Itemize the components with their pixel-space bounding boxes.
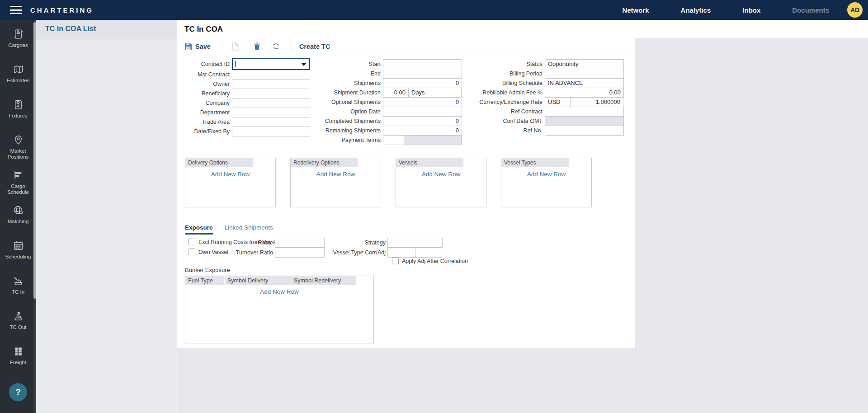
own-vessel-checkbox[interactable] bbox=[189, 249, 195, 255]
top-nav: Network Analytics Inbox Documents AD bbox=[590, 2, 868, 18]
list-panel-title: TC In COA List bbox=[36, 20, 177, 38]
sidebar-item-label: Freight bbox=[10, 360, 26, 366]
sidebar-item-tc-in[interactable]: TC In bbox=[0, 274, 36, 309]
vessel-type-corr-input[interactable] bbox=[387, 248, 415, 258]
sidebar-item-freight[interactable]: Freight bbox=[0, 344, 36, 380]
vessel-types-add-new-row[interactable]: Add New Row bbox=[501, 171, 591, 178]
nav-analytics[interactable]: Analytics bbox=[681, 6, 711, 14]
sidebar-item-market-positions[interactable]: Market Positions bbox=[0, 133, 36, 168]
start-input[interactable] bbox=[383, 59, 462, 69]
remaining-shipments-input[interactable]: 0 bbox=[383, 126, 462, 136]
currency-exchange-rate-label: Currency/Exchange Rate bbox=[471, 99, 545, 105]
apply-adj-after-correlation-checkbox[interactable] bbox=[392, 258, 399, 264]
completed-shipments-input[interactable]: 0 bbox=[383, 116, 462, 126]
shipment-duration-unit[interactable]: Days bbox=[408, 88, 462, 98]
cargoes-icon bbox=[12, 28, 24, 40]
ref-contract-input[interactable] bbox=[545, 107, 624, 117]
sidebar: Cargoes Estimates Fixtures Market Positi… bbox=[0, 20, 36, 413]
turnover-ratio-input[interactable] bbox=[275, 248, 325, 258]
nav-network[interactable]: Network bbox=[622, 6, 649, 14]
scheduling-icon bbox=[12, 239, 24, 252]
shipments-input[interactable]: 0 bbox=[383, 78, 462, 88]
vessel-types-grid: Vessel Types Add New Row bbox=[501, 158, 592, 207]
delivery-options-add-new-row[interactable]: Add New Row bbox=[185, 171, 275, 178]
delivery-options-header: Delivery Options bbox=[185, 158, 253, 167]
cargo-schedule-icon bbox=[12, 169, 24, 181]
trade-area-input[interactable] bbox=[232, 117, 310, 127]
tc-in-coa-form: Save Create TC Contract I bbox=[177, 38, 635, 348]
menu-icon[interactable] bbox=[10, 4, 22, 16]
bunker-exposure-title: Bunker Exposure bbox=[185, 267, 230, 273]
shipment-duration-label: Shipment Duration bbox=[304, 89, 383, 96]
payment-terms-secondary bbox=[404, 135, 462, 145]
symbol-delivery-column-header: Symbol Delivery bbox=[225, 276, 291, 285]
user-avatar[interactable]: AD bbox=[847, 2, 863, 18]
contract-id-combobox[interactable] bbox=[232, 58, 310, 70]
ref-no-input[interactable] bbox=[545, 126, 624, 136]
sidebar-item-label: Matching bbox=[8, 219, 29, 225]
vessels-header: Vessels bbox=[396, 158, 464, 167]
vessel-type-adj-input[interactable] bbox=[415, 248, 442, 258]
nav-inbox[interactable]: Inbox bbox=[742, 6, 760, 14]
date-input[interactable] bbox=[232, 127, 271, 136]
department-input[interactable] bbox=[232, 108, 310, 117]
beneficiary-input[interactable] bbox=[232, 89, 310, 99]
help-button[interactable]: ? bbox=[9, 383, 27, 401]
redelivery-options-add-new-row[interactable]: Add New Row bbox=[291, 171, 381, 178]
ref-no-label: Ref No. bbox=[471, 127, 545, 134]
vessels-add-new-row[interactable]: Add New Row bbox=[396, 171, 486, 178]
sidebar-item-tc-out[interactable]: TC Out bbox=[0, 309, 36, 344]
owner-input[interactable] bbox=[232, 80, 310, 89]
sidebar-item-label: Market Positions bbox=[8, 148, 29, 160]
ref-contract-label: Ref Contract bbox=[471, 108, 545, 115]
matching-icon bbox=[12, 204, 24, 216]
sidebar-item-fixtures[interactable]: Fixtures bbox=[0, 98, 36, 133]
sidebar-item-estimates[interactable]: Estimates bbox=[0, 62, 36, 98]
payment-terms-input[interactable] bbox=[383, 135, 404, 145]
new-document-icon bbox=[231, 42, 239, 51]
billing-period-input[interactable] bbox=[545, 69, 624, 79]
sidebar-item-label: Cargoes bbox=[8, 42, 28, 48]
strategy-input[interactable] bbox=[387, 238, 443, 248]
app-brand: CHARTERING bbox=[30, 6, 94, 14]
company-label: Company bbox=[177, 100, 232, 106]
excl-running-costs-checkbox[interactable] bbox=[189, 239, 195, 245]
status-label: Status bbox=[471, 61, 545, 67]
toolbar-divider bbox=[292, 41, 292, 52]
option-date-input[interactable] bbox=[383, 107, 462, 117]
sidebar-item-scheduling[interactable]: Scheduling bbox=[0, 239, 36, 274]
refresh-button[interactable] bbox=[272, 42, 280, 50]
rebillable-admin-fee-input[interactable]: 0.00 bbox=[545, 88, 624, 98]
market-positions-icon bbox=[12, 134, 24, 146]
nav-documents[interactable]: Documents bbox=[792, 6, 829, 14]
toolbar-divider bbox=[247, 41, 247, 52]
option-date-label: Option Date bbox=[304, 108, 383, 115]
mst-contract-input[interactable] bbox=[232, 70, 310, 80]
apply-adj-row: Apply Adj After Correlation bbox=[392, 258, 468, 264]
currency-input[interactable]: USD bbox=[545, 97, 571, 107]
billing-schedule-input[interactable]: IN ADVANCE bbox=[545, 78, 624, 88]
redelivery-options-header: Redelivery Options bbox=[291, 158, 359, 167]
end-input[interactable] bbox=[383, 69, 462, 79]
company-input[interactable] bbox=[232, 99, 310, 108]
sidebar-item-matching[interactable]: Matching bbox=[0, 203, 36, 239]
shipment-duration-input[interactable]: 0.00 bbox=[383, 88, 409, 98]
tab-linked-shipments[interactable]: Linked Shipments bbox=[225, 224, 273, 235]
tab-exposure[interactable]: Exposure bbox=[185, 224, 213, 235]
optional-shipments-label: Optional Shipments bbox=[304, 99, 383, 105]
route-input[interactable] bbox=[275, 238, 325, 248]
exchange-rate-input[interactable]: 1.000000 bbox=[570, 97, 623, 107]
status-input[interactable]: Opportunity bbox=[545, 59, 624, 69]
bunker-add-new-row[interactable]: Add New Row bbox=[185, 288, 373, 295]
optional-shipments-input[interactable]: 0 bbox=[383, 97, 462, 107]
sidebar-item-cargoes[interactable]: Cargoes bbox=[0, 27, 36, 62]
create-tc-button[interactable]: Create TC bbox=[299, 43, 330, 50]
estimates-icon bbox=[12, 63, 24, 75]
save-button[interactable]: Save bbox=[184, 42, 211, 50]
tc-out-icon bbox=[12, 310, 24, 322]
delete-button[interactable] bbox=[254, 42, 260, 50]
vessel-type-corr-adj-label: Vessel Type Corr/Adj bbox=[331, 249, 386, 256]
redelivery-options-grid: Redelivery Options Add New Row bbox=[290, 158, 381, 207]
sidebar-item-cargo-schedule[interactable]: Cargo Schedule bbox=[0, 168, 36, 203]
form-toolbar: Save Create TC bbox=[177, 38, 635, 55]
